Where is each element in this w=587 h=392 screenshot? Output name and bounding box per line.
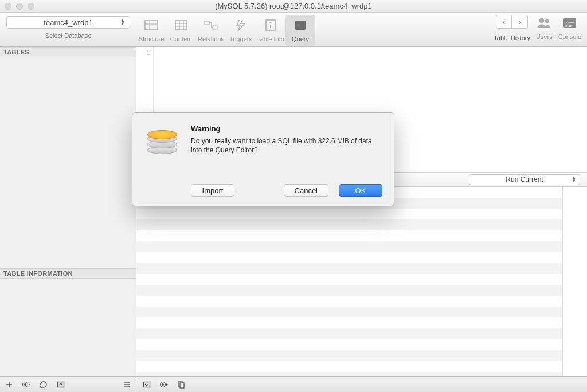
- chevron-updown-icon: ▲▼: [572, 176, 576, 183]
- table-history-label: Table History: [494, 34, 530, 41]
- console-icon: console off: [562, 15, 578, 31]
- tab-label: Relations: [198, 36, 224, 42]
- sidebar: TABLES TABLE INFORMATION: [0, 47, 136, 392]
- tables-list[interactable]: [0, 57, 136, 268]
- tab-structure[interactable]: Structure: [136, 15, 166, 46]
- results-panel[interactable]: [136, 187, 587, 376]
- footer-snippets-button[interactable]: [175, 381, 187, 389]
- dialog-title: Warning: [191, 124, 382, 133]
- svg-rect-24: [58, 382, 64, 387]
- triggers-icon: [233, 17, 249, 33]
- table-history-back-button[interactable]: ‹: [496, 15, 512, 29]
- window-titlebar: (MySQL 5.7.26) root@127.0.0.1/teamc4_wrd…: [0, 0, 587, 13]
- svg-rect-9: [213, 26, 217, 29]
- info-icon: [263, 17, 279, 33]
- dialog-message: Do you really want to load a SQL file wi…: [191, 136, 382, 155]
- users-label: Users: [536, 33, 553, 40]
- toggle-panel-button[interactable]: [55, 381, 66, 389]
- relations-icon: [203, 17, 219, 33]
- console-label: Console: [558, 33, 581, 40]
- line-number: 1: [146, 49, 150, 56]
- database-selector-label: Select Database: [45, 32, 92, 39]
- table-history-forward-button[interactable]: ›: [512, 15, 528, 29]
- content-footer: [136, 376, 587, 392]
- import-button[interactable]: Import: [191, 184, 234, 197]
- tab-label: Query: [292, 36, 309, 42]
- window-title: (MySQL 5.7.26) root@127.0.0.1/teamc4_wrd…: [0, 2, 587, 10]
- svg-rect-8: [205, 21, 209, 25]
- svg-point-15: [539, 18, 544, 23]
- ok-button-label: OK: [355, 186, 366, 195]
- chevron-updown-icon: ▲▼: [120, 19, 125, 26]
- tab-label: Content: [170, 36, 193, 42]
- table-information-panel: [0, 279, 136, 376]
- gear-menu-button[interactable]: [21, 381, 32, 389]
- results-right-gutter: [563, 187, 587, 376]
- warning-dialog: Warning Do you really want to load a SQL…: [132, 112, 394, 206]
- svg-text:>_: >_: [297, 22, 303, 28]
- structure-icon: [143, 17, 159, 33]
- run-mode-selector[interactable]: Run Current ▲▼: [469, 174, 580, 185]
- cancel-button-label: Cancel: [295, 186, 318, 195]
- tab-query[interactable]: >_ Query: [285, 15, 315, 46]
- svg-rect-0: [145, 21, 158, 30]
- svg-rect-28: [144, 382, 150, 387]
- users-button[interactable]: Users: [536, 15, 553, 40]
- add-button[interactable]: [3, 381, 15, 389]
- database-selector[interactable]: teamc4_wrdp1 ▲▼: [6, 16, 130, 29]
- svg-point-23: [24, 383, 26, 385]
- main-area: TABLES TABLE INFORMATION 1 Run Current ▲…: [0, 47, 587, 392]
- tab-label: Structure: [139, 36, 165, 42]
- svg-rect-32: [180, 383, 184, 388]
- tab-content[interactable]: Content: [166, 15, 196, 46]
- cancel-button[interactable]: Cancel: [284, 184, 328, 197]
- table-history-group: ‹ › Table History: [494, 13, 536, 46]
- footer-gear-button[interactable]: [158, 381, 170, 389]
- tab-label: Triggers: [229, 36, 252, 42]
- ok-button[interactable]: OK: [339, 184, 382, 197]
- view-tabs: Structure Content Relations Triggers Tab…: [136, 13, 315, 46]
- content-area: 1 Run Current ▲▼: [136, 47, 587, 392]
- run-mode-value: Run Current: [506, 175, 543, 183]
- console-button[interactable]: console off Console: [558, 15, 581, 40]
- sidebar-footer: [0, 376, 136, 392]
- tab-triggers[interactable]: Triggers: [226, 15, 256, 46]
- footer-layout-button[interactable]: [141, 381, 152, 389]
- svg-point-30: [162, 383, 163, 385]
- query-icon: >_: [292, 17, 308, 33]
- toolbar: teamc4_wrdp1 ▲▼ Select Database Structur…: [0, 13, 587, 47]
- tab-table-info[interactable]: Table Info: [256, 15, 285, 46]
- svg-text:le off: le off: [565, 24, 572, 28]
- sidebar-layout-button[interactable]: [121, 381, 132, 389]
- refresh-button[interactable]: [38, 381, 49, 389]
- svg-rect-3: [175, 21, 187, 30]
- app-icon: [144, 124, 181, 161]
- database-selector-group: teamc4_wrdp1 ▲▼ Select Database: [0, 13, 136, 46]
- svg-point-11: [270, 22, 272, 24]
- import-button-label: Import: [202, 186, 224, 195]
- users-icon: [536, 15, 552, 31]
- results-rows: [136, 187, 563, 376]
- database-selector-value: teamc4_wrdp1: [44, 18, 92, 27]
- chevron-left-icon: ‹: [503, 18, 505, 26]
- svg-point-16: [545, 19, 549, 23]
- content-icon: [173, 17, 189, 33]
- chevron-right-icon: ›: [518, 18, 521, 26]
- sidebar-tables-header: TABLES: [0, 47, 136, 57]
- tab-label: Table Info: [257, 36, 284, 42]
- tab-relations[interactable]: Relations: [196, 15, 226, 46]
- sidebar-info-header: TABLE INFORMATION: [0, 268, 136, 279]
